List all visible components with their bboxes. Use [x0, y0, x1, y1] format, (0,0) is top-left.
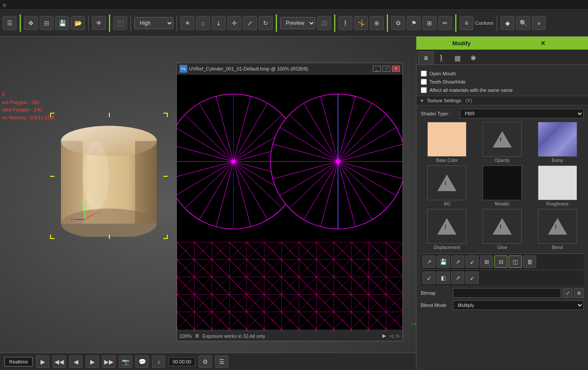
pose-btn[interactable]: 🤸 — [354, 16, 368, 30]
blend-mode-select[interactable]: Multiply Add Screen Overlay Normal — [453, 300, 584, 310]
import-btn[interactable]: ⤓ — [212, 16, 226, 30]
shader-type-label: Shader Type : — [421, 111, 460, 116]
uv-close-btn[interactable]: ✕ — [392, 66, 400, 72]
scale-btn[interactable]: ⤢ — [243, 16, 257, 30]
bitmap-input[interactable] — [453, 288, 561, 298]
bitmap-more-btn[interactable]: ⊕ — [574, 288, 584, 298]
conform-icon[interactable]: ≡ — [460, 16, 473, 30]
move-btn[interactable]: ✛ — [227, 16, 241, 30]
tex-cell-opacity[interactable]: Opacity — [476, 122, 529, 163]
diamond-btn[interactable]: ◆ — [500, 16, 514, 30]
panel-close-btn[interactable]: ✕ — [502, 40, 584, 47]
camera-btn[interactable]: 🎥 — [317, 16, 331, 30]
realtime-btn[interactable]: Realtime — [4, 357, 33, 367]
separator-5 — [176, 15, 177, 31]
main-menu-btn[interactable]: ☰ — [3, 16, 17, 30]
audio-btn[interactable]: ♪ — [152, 356, 165, 368]
affect-row: Affect all materials with the same name — [421, 87, 584, 93]
tool-2[interactable]: ⊟ — [40, 16, 54, 30]
uv-scroll-r: ▷ — [396, 333, 400, 339]
sim-btn[interactable]: ⚙ — [391, 16, 405, 30]
tex-btn-export[interactable]: ↗ — [422, 256, 436, 268]
tex-cell-roughness[interactable]: Roughness — [531, 165, 584, 206]
play-btn[interactable]: ▶ — [36, 356, 49, 368]
texture-settings-key: (Y) — [466, 98, 472, 103]
separator-4 — [130, 15, 131, 31]
uv-minimize-btn[interactable]: _ — [373, 66, 381, 72]
tex-cell-glow[interactable]: Glow — [476, 209, 529, 250]
viewport[interactable]: 0 ect Polygon : 760 cted Polygon : 240 e… — [0, 37, 416, 370]
home-btn[interactable]: ⌂ — [196, 16, 210, 30]
selection-handle-mr — [163, 176, 168, 177]
collapse-icon: ▼ — [420, 98, 424, 103]
tex-btn-grid[interactable]: ⊞ — [480, 256, 493, 268]
chat-btn[interactable]: 💬 — [135, 356, 149, 368]
tab-figure[interactable]: 🚶 — [434, 51, 449, 64]
app-title: ip — [3, 2, 7, 7]
uv-play-btn[interactable]: ▶ — [382, 333, 386, 339]
tex-btn-import[interactable]: ↙ — [466, 256, 479, 268]
tab-texture[interactable]: ▦ — [449, 51, 465, 64]
prev-btn[interactable]: ◀◀ — [53, 356, 66, 368]
params-btn[interactable]: ⊞ — [422, 16, 436, 30]
next-btn[interactable]: ▶▶ — [102, 356, 115, 368]
camera-bottom-btn[interactable]: 📷 — [119, 356, 132, 368]
list-btn[interactable]: ☰ — [215, 356, 228, 368]
tex-btn-copy[interactable]: ◫ — [509, 256, 522, 268]
svg-line-6 — [85, 213, 96, 219]
fwd-btn[interactable]: ▶ — [86, 356, 99, 368]
tex-btn-delete[interactable]: 🗑 — [523, 256, 536, 268]
tool-4[interactable]: 📂 — [71, 16, 85, 30]
open-mouth-checkbox[interactable] — [421, 71, 427, 77]
settings-bottom-btn[interactable]: ⚙ — [199, 356, 212, 368]
selection-handle-tl — [50, 113, 54, 117]
green-arrow-indicator: ← — [409, 319, 416, 329]
tex-thumb-ao — [427, 165, 466, 200]
tex-cell-ao[interactable]: AO — [421, 165, 473, 206]
tex-cell-displacement[interactable]: Displacement — [421, 209, 473, 250]
tex-btn2-2[interactable]: ◧ — [437, 272, 450, 284]
shader-type-select[interactable]: PBR Standard Skin — [460, 109, 584, 118]
tex-btn-share[interactable]: ⇗ — [451, 256, 464, 268]
tex-cell-blend-tex[interactable]: Blend — [531, 209, 584, 250]
edit-btn[interactable]: ✏ — [438, 16, 452, 30]
tab-sliders[interactable]: ≡ — [418, 51, 434, 64]
zoom-btn[interactable]: 🔍 — [516, 16, 530, 30]
tex-btn2-4[interactable]: ↙ — [466, 272, 479, 284]
cursor-tool[interactable]: ✥ — [24, 16, 38, 30]
preview-dropdown[interactable]: Preview — [280, 17, 315, 29]
rotate-btn[interactable]: ↻ — [259, 16, 273, 30]
uv-reference-window[interactable]: Ps UVRef_Cylinder_001_01-Default.bmp @ 1… — [176, 63, 403, 341]
sun-btn[interactable]: ☀ — [180, 16, 194, 30]
render-btn[interactable]: ⬛ — [113, 16, 127, 30]
morph-btn[interactable]: ⊕ — [370, 16, 384, 30]
tex-btn-export2[interactable]: ⊟ — [494, 256, 507, 268]
teeth-checkbox[interactable] — [421, 79, 427, 85]
tex-btn-save[interactable]: 💾 — [437, 256, 450, 268]
texture-settings-header[interactable]: ▼ Texture Settings (Y) — [416, 96, 588, 105]
affect-checkbox[interactable] — [421, 87, 427, 93]
tex-btn2-1[interactable]: ↙ — [422, 272, 436, 284]
bitmap-row: Bitmap ⤢ ⊕ — [421, 288, 584, 298]
selection-handle-tr — [163, 113, 168, 117]
figure-btn[interactable]: 🚶 — [338, 16, 352, 30]
tool-3[interactable]: 💾 — [55, 16, 69, 30]
visibility-btn[interactable]: 👁 — [92, 16, 106, 30]
time-display: 00:00:00 — [169, 357, 195, 366]
bitmap-expand-btn[interactable]: ⤢ — [563, 288, 572, 298]
flag-btn[interactable]: ⚑ — [407, 16, 421, 30]
tex-cell-base-color[interactable]: Base Color — [421, 122, 473, 163]
back-btn[interactable]: ◀ — [69, 356, 82, 368]
tab-fx[interactable]: ✱ — [465, 51, 481, 64]
quality-dropdown[interactable]: High Low Medium Ultra — [134, 17, 173, 29]
tex-btn2-3[interactable]: ⇗ — [451, 272, 464, 284]
tex-thumb-roughness — [538, 165, 577, 200]
uv-bottom-bar: 100% ⊞ Exposure works in 32-bit only ▶ ◁… — [177, 330, 402, 341]
open-mouth-row: Open Mouth — [421, 71, 584, 77]
uv-maximize-btn[interactable]: □ — [382, 66, 390, 72]
more-btn[interactable]: » — [532, 16, 546, 30]
teeth-label: Teeth Show/Hide — [429, 79, 466, 84]
tex-cell-metallic[interactable]: Metallic — [476, 165, 529, 206]
tex-cell-bump[interactable]: Bump — [531, 122, 584, 163]
tex-label-bump: Bump — [552, 158, 563, 163]
